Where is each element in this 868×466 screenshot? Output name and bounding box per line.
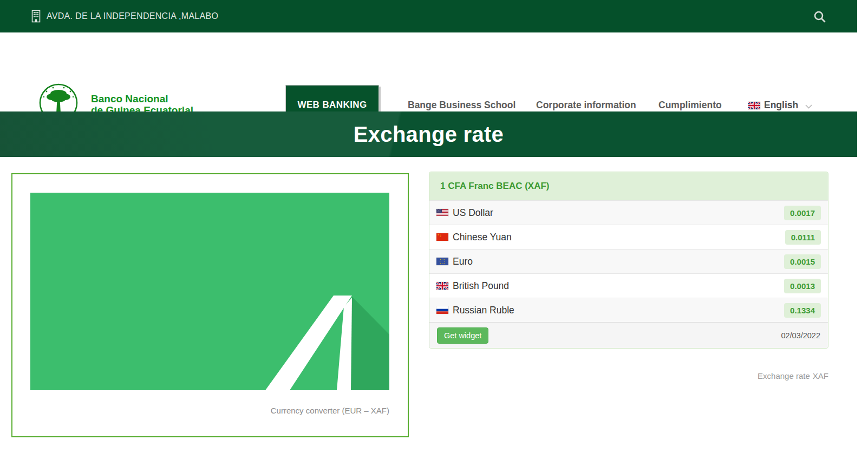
currency-link[interactable]: Euro [453, 256, 473, 267]
converter-caption-link[interactable]: Currency converter (EUR – XAF) [271, 406, 389, 415]
rate-row-chinese-yuan: Chinese Yuan 0.0111 [429, 225, 828, 249]
bottom-links: Exchange rateXAF [429, 371, 828, 380]
rate-row-russian-ruble: Russian Ruble 0.1334 [429, 298, 828, 322]
currency-link[interactable]: British Pound [453, 280, 509, 292]
nav-bange-business-school[interactable]: Bange Business School [408, 100, 515, 111]
page: AVDA. DE LA INDEPENDENCIA ,MALABO [0, 0, 868, 466]
bank-name-line1: Banco Nacional [91, 93, 193, 104]
get-widget-button[interactable]: Get widget [437, 327, 488, 344]
rate-value: 0.0015 [784, 254, 821, 269]
chevron-down-icon [805, 104, 812, 109]
top-bar: AVDA. DE LA INDEPENDENCIA ,MALABO [0, 0, 857, 32]
rates-date: 02/03/2022 [781, 331, 820, 340]
rate-value: 0.1334 [784, 303, 821, 318]
currency-converter-image[interactable] [30, 193, 389, 390]
russia-flag-icon [436, 306, 448, 314]
page-title: Exchange rate [354, 122, 504, 147]
rate-row-us-dollar: US Dollar 0.0017 [429, 200, 828, 225]
xaf-link[interactable]: XAF [813, 371, 828, 380]
china-flag-icon [436, 233, 448, 241]
branch-address-text: AVDA. DE LA INDEPENDENCIA ,MALABO [47, 11, 218, 21]
page-banner: Exchange rate [0, 111, 857, 157]
building-icon [31, 10, 41, 23]
rate-value: 0.0111 [785, 230, 821, 245]
uk-flag-icon [436, 282, 448, 290]
rates-panel-title: 1 CFA Franc BEAC (XAF) [440, 181, 550, 192]
language-label: English [764, 100, 798, 111]
site-header: BANGE Banco Nacional de Guinea Ecuatoria… [0, 32, 857, 111]
nav-corporate-information[interactable]: Corporate information [536, 100, 636, 111]
search-icon[interactable] [812, 9, 828, 25]
rate-value: 0.0017 [784, 206, 821, 220]
language-selector[interactable]: English [748, 100, 812, 111]
currency-link[interactable]: Russian Ruble [453, 305, 514, 316]
exchange-rate-link[interactable]: Exchange rate [758, 371, 810, 380]
us-flag-icon [436, 209, 448, 216]
currency-link[interactable]: US Dollar [453, 207, 493, 219]
uk-flag-icon [748, 102, 760, 109]
currency-converter-card: Currency converter (EUR – XAF) [11, 173, 409, 437]
eu-flag-icon [436, 258, 448, 265]
rates-panel-footer: Get widget 02/03/2022 [429, 322, 828, 348]
exchange-rates-panel: 1 CFA Franc BEAC (XAF) US Dollar 0.0017 … [429, 172, 828, 349]
rates-panel-header: 1 CFA Franc BEAC (XAF) [429, 172, 828, 200]
rate-row-british-pound: British Pound 0.0013 [429, 273, 828, 298]
currency-link[interactable]: Chinese Yuan [453, 232, 512, 243]
branch-address: AVDA. DE LA INDEPENDENCIA ,MALABO [31, 10, 218, 23]
rate-row-euro: Euro 0.0015 [429, 249, 828, 273]
rate-value: 0.0013 [784, 279, 821, 293]
nav-cumplimiento[interactable]: Cumplimiento [658, 100, 722, 111]
